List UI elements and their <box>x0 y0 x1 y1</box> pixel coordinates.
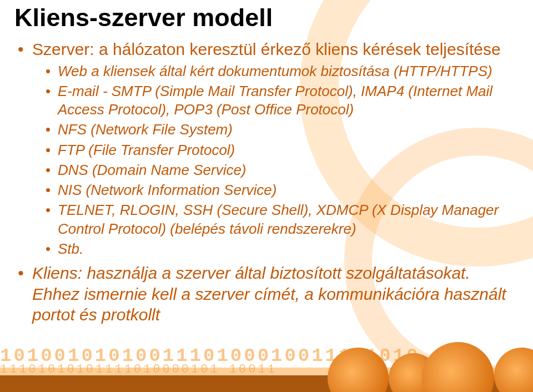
slide-title: Kliens-szerver modell <box>14 3 516 32</box>
bullet-server: Szerver: a hálózaton keresztül érkező kl… <box>18 39 516 258</box>
server-sublist: Web a kliensek által kért dokumentumok b… <box>32 62 516 259</box>
list-item: DNS (Domain Name Service) <box>46 161 516 179</box>
list-item: NIS (Network Information Service) <box>46 181 516 199</box>
list-item: Stb. <box>46 240 516 258</box>
list-item: NFS (Network File System) <box>46 120 516 139</box>
slide-content: Kliens-szerver modell Szerver: a hálózat… <box>0 0 533 325</box>
list-item: Web a kliensek által kért dokumentumok b… <box>46 62 516 81</box>
list-item: FTP (File Transfer Protocol) <box>46 141 516 159</box>
bullet-list: Szerver: a hálózaton keresztül érkező kl… <box>14 39 516 325</box>
bullet-client: Kliens: használja a szerver által biztos… <box>18 263 516 325</box>
list-item: E-mail - SMTP (Simple Mail Transfer Prot… <box>46 82 516 119</box>
list-item: TELNET, RLOGIN, SSH (Secure Shell), XDMC… <box>46 201 516 238</box>
bullet-server-text: Szerver: a hálózaton keresztül érkező kl… <box>32 40 501 58</box>
slide-footer: 1010010101001110100010011101010 11101010… <box>0 348 533 392</box>
